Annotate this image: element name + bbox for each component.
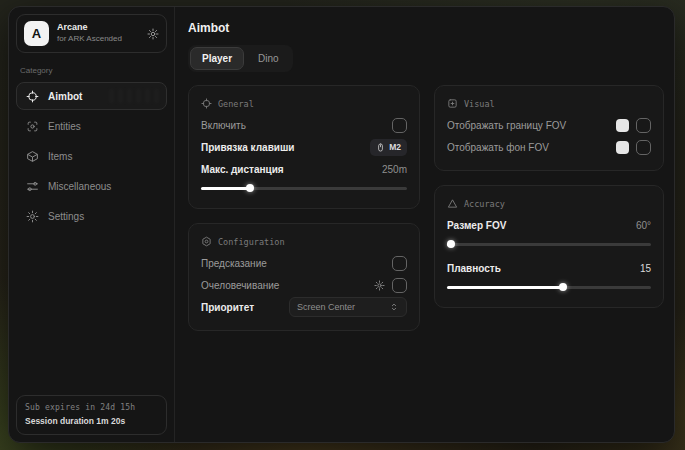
viewfinder-plus-icon	[447, 98, 458, 109]
fov-size-label: Размер FOV	[447, 220, 629, 231]
subscription-footer: Sub expires in 24d 15h Session duration …	[16, 395, 167, 435]
app-logo: A	[24, 21, 49, 46]
slider-thumb[interactable]	[559, 283, 567, 291]
mouse-icon	[376, 142, 385, 153]
app-subtitle: for ARK Ascended	[57, 34, 139, 44]
fov-border-row: Отображать границу FOV	[447, 114, 651, 136]
smoothness-value: 15	[640, 263, 651, 274]
sidebar-item-settings[interactable]: Settings	[16, 202, 167, 230]
sidebar: A Arcane for ARK Ascended Category Aimbo…	[9, 7, 175, 442]
crosshair-icon	[201, 98, 212, 109]
content-area: Aimbot Player Dino General Включить	[175, 7, 675, 442]
fov-size-slider[interactable]	[447, 238, 651, 250]
card-title: Accuracy	[464, 199, 505, 209]
priority-row: Приоритет Screen Center	[201, 296, 407, 318]
tab-dino[interactable]: Dino	[246, 47, 291, 70]
enable-row: Включить	[201, 114, 407, 136]
max-distance-label: Макс. дистанция	[201, 164, 375, 175]
prediction-label: Предсказание	[201, 258, 385, 269]
cards-grid: General Включить Привязка клавиши M2	[188, 85, 664, 331]
tab-bar: Player Dino	[188, 45, 293, 72]
sidebar-item-items[interactable]: Items	[16, 142, 167, 170]
package-icon	[26, 150, 39, 163]
sidebar-item-miscellaneous[interactable]: Miscellaneous	[16, 172, 167, 200]
triangle-icon	[447, 198, 458, 209]
sidebar-item-aimbot[interactable]: Aimbot	[16, 82, 167, 110]
category-label: Category	[20, 66, 163, 75]
sidebar-item-label: Settings	[48, 211, 84, 222]
sidebar-item-label: Entities	[48, 121, 81, 132]
sub-expires-text: Sub expires in 24d 15h	[25, 403, 158, 412]
smoothness-row: Плавность 15	[447, 257, 651, 279]
keybind-row: Привязка клавиши M2	[201, 136, 407, 158]
tab-player[interactable]: Player	[190, 47, 244, 70]
keybind-button[interactable]: M2	[370, 139, 407, 156]
slider-thumb[interactable]	[447, 240, 455, 248]
crosshair-icon	[26, 90, 39, 103]
max-distance-slider[interactable]	[201, 182, 407, 194]
slider-thumb[interactable]	[246, 184, 254, 192]
chevrons-up-down-icon	[389, 302, 399, 312]
fov-size-row: Размер FOV 60°	[447, 214, 651, 236]
fov-background-checkbox[interactable]	[636, 140, 651, 155]
sidebar-nav: Aimbot Entities Items Miscellaneous	[16, 82, 167, 230]
general-card: General Включить Привязка клавиши M2	[188, 85, 420, 209]
sidebar-item-entities[interactable]: Entities	[16, 112, 167, 140]
gear-icon[interactable]	[374, 280, 385, 291]
gear-icon	[26, 210, 39, 223]
fov-background-row: Отображать фон FOV	[447, 136, 651, 158]
card-title: Visual	[464, 99, 495, 109]
smoothness-slider[interactable]	[447, 281, 651, 293]
app-name: Arcane	[57, 22, 139, 34]
keybind-label: Привязка клавиши	[201, 142, 363, 153]
smoothness-label: Плавность	[447, 263, 633, 274]
priority-selected-value: Screen Center	[297, 302, 355, 312]
watermark-decoration	[109, 89, 159, 103]
app-profile-card: A Arcane for ARK Ascended	[16, 14, 167, 53]
fov-background-label: Отображать фон FOV	[447, 142, 609, 153]
priority-select[interactable]: Screen Center	[289, 297, 407, 317]
max-distance-row: Макс. дистанция 250m	[201, 158, 407, 180]
configuration-card: Configuration Предсказание Очеловечивани…	[188, 223, 420, 331]
session-duration-text: Session duration 1m 20s	[25, 416, 158, 426]
nut-icon	[201, 236, 212, 247]
fov-size-value: 60°	[636, 220, 651, 231]
max-distance-value: 250m	[382, 164, 407, 175]
humanization-label: Очеловечивание	[201, 280, 367, 291]
page-title: Aimbot	[188, 21, 664, 35]
profile-gear-icon[interactable]	[147, 28, 159, 40]
fov-border-checkbox[interactable]	[636, 118, 651, 133]
sidebar-item-label: Miscellaneous	[48, 181, 111, 192]
accuracy-card: Accuracy Размер FOV 60°	[434, 185, 664, 308]
prediction-checkbox[interactable]	[392, 256, 407, 271]
fov-background-color-swatch[interactable]	[616, 141, 629, 154]
enable-label: Включить	[201, 120, 385, 131]
prediction-row: Предсказание	[201, 252, 407, 274]
keybind-value: M2	[389, 142, 401, 152]
sidebar-item-label: Items	[48, 151, 72, 162]
fov-border-color-swatch[interactable]	[616, 119, 629, 132]
sidebar-item-label: Aimbot	[48, 91, 82, 102]
scan-icon	[26, 120, 39, 133]
card-title: General	[218, 99, 254, 109]
main-window: A Arcane for ARK Ascended Category Aimbo…	[8, 6, 675, 443]
sliders-icon	[26, 180, 39, 193]
fov-border-label: Отображать границу FOV	[447, 120, 609, 131]
card-title: Configuration	[218, 237, 285, 247]
priority-label: Приоритет	[201, 302, 282, 313]
enable-checkbox[interactable]	[392, 118, 407, 133]
visual-card: Visual Отображать границу FOV Отображать…	[434, 85, 664, 171]
humanization-row: Очеловечивание	[201, 274, 407, 296]
humanization-checkbox[interactable]	[392, 278, 407, 293]
